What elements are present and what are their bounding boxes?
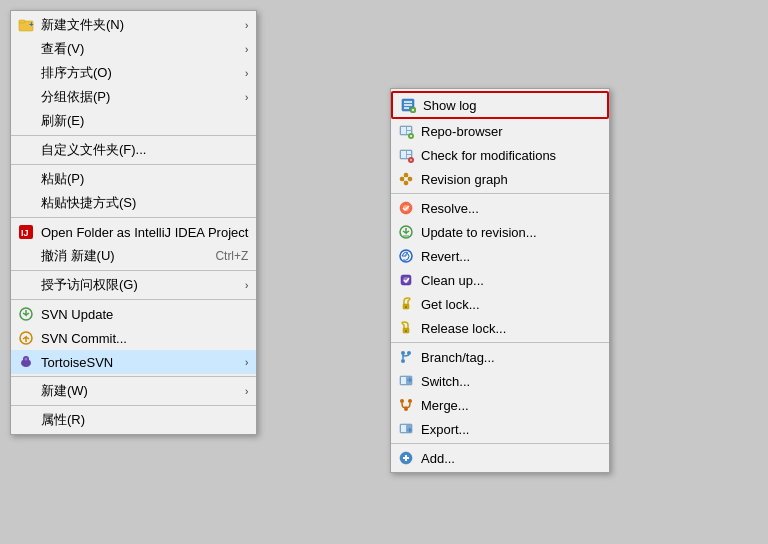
menu-label: 刷新(E) — [41, 112, 248, 130]
menu-label: 查看(V) — [41, 40, 237, 58]
menu-item-repo-browser[interactable]: Repo-browser — [391, 119, 609, 143]
cleanup-icon — [397, 271, 415, 289]
menu-item-group[interactable]: 分组依据(P) › — [11, 85, 256, 109]
menu-label: Revision graph — [421, 172, 601, 187]
menu-item-merge[interactable]: Merge... — [391, 393, 609, 417]
svg-text:IJ: IJ — [21, 228, 29, 238]
separator — [391, 342, 609, 343]
menu-item-tortoise-svn[interactable]: TortoiseSVN › — [11, 350, 256, 374]
svg-rect-18 — [401, 127, 406, 134]
no-icon — [17, 411, 35, 429]
menu-item-revert[interactable]: Revert... — [391, 244, 609, 268]
submenu-arrow: › — [245, 92, 248, 103]
separator — [11, 217, 256, 218]
menu-item-paste-shortcut[interactable]: 粘贴快捷方式(S) — [11, 191, 256, 215]
no-icon — [17, 194, 35, 212]
merge-icon — [397, 396, 415, 414]
menu-item-switch[interactable]: Switch... — [391, 369, 609, 393]
export-icon — [397, 420, 415, 438]
menu-item-update-revision[interactable]: Update to revision... — [391, 220, 609, 244]
svg-point-48 — [401, 351, 405, 355]
repo-browser-icon — [397, 122, 415, 140]
separator — [391, 443, 609, 444]
menu-label: Repo-browser — [421, 124, 601, 139]
menu-label: 粘贴快捷方式(S) — [41, 194, 248, 212]
svn-update-icon — [17, 305, 35, 323]
svg-point-45 — [405, 306, 407, 308]
menu-item-refresh[interactable]: 刷新(E) — [11, 109, 256, 133]
menu-label: 分组依据(P) — [41, 88, 237, 106]
menu-label: SVN Commit... — [41, 331, 248, 346]
menu-label: 属性(R) — [41, 411, 248, 429]
menu-item-view[interactable]: 查看(V) › — [11, 37, 256, 61]
menu-item-sort[interactable]: 排序方式(O) › — [11, 61, 256, 85]
svg-point-9 — [25, 358, 28, 361]
menu-label: Check for modifications — [421, 148, 601, 163]
svg-point-54 — [400, 399, 404, 403]
menu-item-resolve[interactable]: Resolve... — [391, 196, 609, 220]
menu-item-show-log[interactable]: Show log — [391, 91, 609, 119]
menu-label: Release lock... — [421, 321, 601, 336]
menu-label: Add... — [421, 451, 601, 466]
svg-rect-1 — [19, 20, 25, 23]
menu-item-properties[interactable]: 属性(R) — [11, 408, 256, 432]
no-icon — [17, 382, 35, 400]
svg-point-55 — [408, 399, 412, 403]
menu-item-revision-graph[interactable]: Revision graph — [391, 167, 609, 191]
menu-item-customize[interactable]: 自定义文件夹(F)... — [11, 138, 256, 162]
menu-item-svn-commit[interactable]: SVN Commit... — [11, 326, 256, 350]
submenu-arrow: › — [245, 68, 248, 79]
tortoise-submenu: Show log Repo-browser — [390, 88, 610, 473]
add-icon — [397, 449, 415, 467]
menu-item-undo-new[interactable]: 撤消 新建(U) Ctrl+Z — [11, 244, 256, 268]
show-log-icon — [399, 96, 417, 114]
menu-item-get-lock[interactable]: Get lock... — [391, 292, 609, 316]
revert-icon — [397, 247, 415, 265]
menu-item-release-lock[interactable]: Release lock... — [391, 316, 609, 340]
svg-text:+: + — [29, 20, 34, 29]
svg-rect-53 — [401, 377, 406, 384]
menu-item-grant-access[interactable]: 授予访问权限(G) › — [11, 273, 256, 297]
submenu-arrow: › — [245, 44, 248, 55]
submenu-arrow: › — [245, 386, 248, 397]
menu-item-clean-up[interactable]: Clean up... — [391, 268, 609, 292]
menu-label: Branch/tag... — [421, 350, 601, 365]
menu-label: 撤消 新建(U) — [41, 247, 195, 265]
separator — [11, 164, 256, 165]
menu-label: TortoiseSVN — [41, 355, 237, 370]
menu-item-branch-tag[interactable]: Branch/tag... — [391, 345, 609, 369]
intellij-icon: IJ — [17, 223, 35, 241]
menu-label: Open Folder as IntelliJ IDEA Project — [41, 225, 248, 240]
menu-label: 排序方式(O) — [41, 64, 237, 82]
menu-item-paste[interactable]: 粘贴(P) — [11, 167, 256, 191]
svg-rect-25 — [401, 151, 406, 158]
no-icon — [17, 64, 35, 82]
menu-item-new-w[interactable]: 新建(W) › — [11, 379, 256, 403]
separator — [11, 405, 256, 406]
menu-item-export[interactable]: Export... — [391, 417, 609, 441]
menu-item-add[interactable]: Add... — [391, 446, 609, 470]
svg-rect-59 — [401, 425, 406, 432]
separator — [11, 270, 256, 271]
menu-label: 新建文件夹(N) — [41, 16, 237, 34]
menu-item-new-folder[interactable]: + 新建文件夹(N) › — [11, 13, 256, 37]
no-icon — [17, 40, 35, 58]
separator — [391, 193, 609, 194]
menu-label: SVN Update — [41, 307, 248, 322]
menu-label: Get lock... — [421, 297, 601, 312]
menu-item-svn-update[interactable]: SVN Update — [11, 302, 256, 326]
submenu-arrow: › — [245, 357, 248, 368]
menu-label: Update to revision... — [421, 225, 601, 240]
svn-commit-icon — [17, 329, 35, 347]
svg-point-47 — [405, 330, 407, 332]
no-icon — [17, 247, 35, 265]
getlock-icon — [397, 295, 415, 313]
menu-item-open-folder[interactable]: IJ Open Folder as IntelliJ IDEA Project — [11, 220, 256, 244]
tortoise-icon — [17, 353, 35, 371]
separator — [11, 299, 256, 300]
primary-context-menu: + 新建文件夹(N) › 查看(V) › 排序方式(O) › 分组依据(P) ›… — [10, 10, 257, 435]
menu-item-check-modifications[interactable]: Check for modifications — [391, 143, 609, 167]
no-icon — [17, 112, 35, 130]
menu-label: 新建(W) — [41, 382, 237, 400]
svg-point-50 — [407, 351, 411, 355]
